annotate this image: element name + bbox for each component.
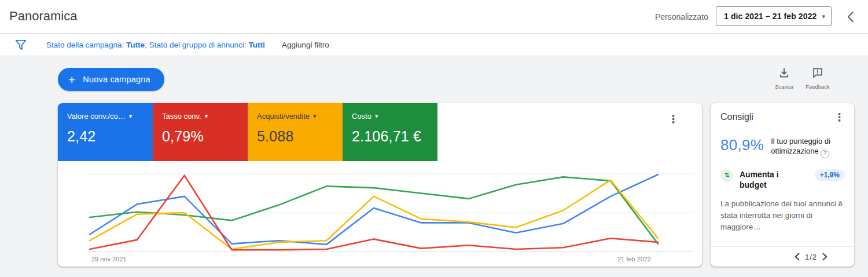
chevron-down-icon: ▾ [205,113,208,119]
add-filter-button[interactable]: Aggiungi filtro [282,34,329,56]
pagination-prev-button[interactable] [795,253,800,261]
chevron-down-icon: ▾ [375,113,378,119]
chevron-left-icon [847,11,854,23]
metric-tabs: Valore conv./co…▾ 2,42 Tasso conv.▾ 0,79… [58,103,437,161]
metric-tab-conv-value-per-cost[interactable]: Valore conv./co…▾ 2,42 [58,103,153,161]
active-filters-chip[interactable]: Stato della campagna: Tutte; Stato del g… [46,34,265,56]
campaign-status-label: Stato della campagna: [46,41,124,49]
recommendations-title: Consigli [720,112,753,122]
plus-icon: + [68,74,75,86]
metric-tab-conv-rate[interactable]: Tasso conv.▾ 0,79% [153,103,248,161]
pagination-next-button[interactable] [822,253,827,261]
recommendation-item-title: Aumenta i budget [740,169,793,191]
pagination-indicator: 1/2 [805,253,817,261]
metric-value: 0,79% [162,128,248,145]
google-ads-overview-screen: Panoramica Personalizzato 1 dic 2021 – 2… [0,0,868,277]
chevron-down-icon: ▾ [313,113,317,119]
page-title: Panoramica [9,9,77,24]
page-header: Panoramica Personalizzato 1 dic 2021 – 2… [0,0,868,34]
uplift-badge: +1,9% [815,169,845,181]
date-range-dropdown[interactable]: 1 dic 2021 – 21 feb 2022 ▾ [716,6,832,26]
chevron-down-icon: ▾ [129,113,133,119]
adgroup-status-label: Stato del gruppo di annunci: [149,41,247,49]
feedback-icon [812,67,823,79]
filter-bar: Stato della campagna: Tutte; Stato del g… [0,34,868,56]
svg-text:29 nov 2021: 29 nov 2021 [91,256,127,263]
new-campaign-label: Nuova campagna [83,75,150,84]
metric-label: Tasso conv. [162,112,201,121]
budget-arrows-icon: ⇅ [720,169,733,182]
feedback-label: Feedback [804,83,831,90]
recommendations-pagination: 1/2 [711,246,854,267]
date-range-value: 1 dic 2021 – 21 feb 2022 [724,12,816,21]
metric-tab-purchases[interactable]: Acquisti/vendite▾ 5.088 [248,103,343,161]
chevron-down-icon: ▾ [822,13,825,20]
collapse-panel-button[interactable] [840,9,860,25]
metric-tab-cost[interactable]: Costo▾ 2.106,71 € [343,103,437,161]
adgroup-status-value: Tutti [249,41,265,49]
recommendation-item-increase-budgets[interactable]: ⇅ Aumenta i budget +1,9% [720,169,845,191]
recommendation-description: La pubblicazione dei tuoi annunci è stat… [720,198,845,233]
chevron-right-icon [822,253,827,261]
optimization-score-label: Il tuo punteggio di ottimizzazione ? [771,136,831,158]
help-icon[interactable]: ? [821,150,829,158]
overview-chart-card: 29 nov 202121 feb 2022 Valore conv./co…▾… [58,103,702,267]
campaign-status-value: Tutte [126,41,145,49]
metric-value: 2.106,71 € [352,128,437,145]
svg-text:21 feb 2022: 21 feb 2022 [617,256,651,263]
metric-label: Acquisti/vendite [257,112,310,121]
filter-funnel-icon[interactable] [16,40,26,50]
download-button[interactable]: Scarica [771,67,797,90]
metric-label: Valore conv./co… [67,112,126,121]
chart-more-options-button[interactable]: ⋮ [668,114,679,125]
date-preset-label: Personalizzato [655,12,708,21]
optimization-score-value: 80,9% [720,136,764,154]
chevron-left-icon [795,253,800,261]
download-label: Scarica [771,83,797,90]
new-campaign-button[interactable]: + Nuova campagna [58,68,164,91]
metric-label: Costo [352,112,372,121]
metric-value: 5.088 [257,128,343,145]
filter-separator: ; [145,41,147,49]
feedback-button[interactable]: Feedback [804,67,831,90]
recommendations-more-options-button[interactable]: ⋮ [834,112,845,123]
recommendations-card: Consigli ⋮ 80,9% Il tuo punteggio di ott… [711,103,854,267]
optimization-score-row: 80,9% Il tuo punteggio di ottimizzazione… [720,136,845,158]
metric-value: 2,42 [67,128,153,145]
download-icon [778,67,790,79]
